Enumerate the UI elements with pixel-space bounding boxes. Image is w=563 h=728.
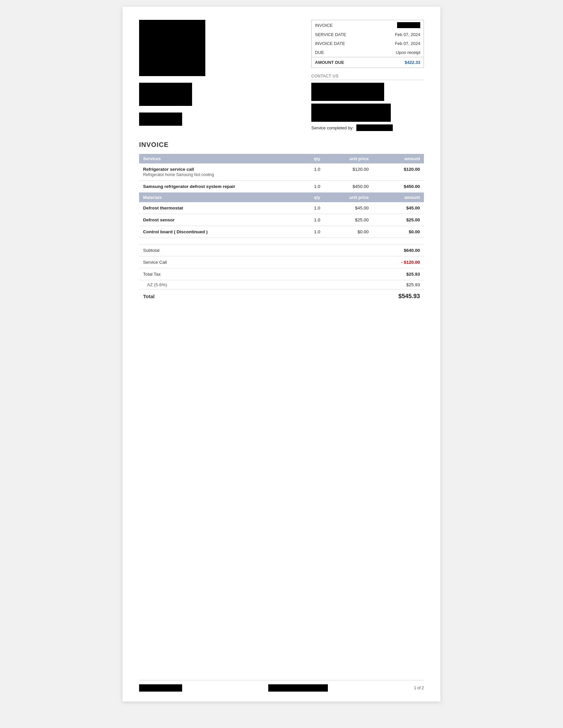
service-call-value: - $120.00 [373, 256, 424, 268]
invoice-page: INVOICE SERVICE DATE Feb 07, 2024 INVOIC… [122, 7, 441, 702]
contact-label: CONTACT US [311, 74, 424, 80]
service-amount-1: $120.00 [373, 163, 424, 181]
contact-info-redacted [311, 83, 384, 101]
invoice-info-table: INVOICE SERVICE DATE Feb 07, 2024 INVOIC… [312, 20, 424, 68]
invoice-number-row: INVOICE [312, 20, 424, 30]
material-qty-2: 1.0 [296, 214, 324, 226]
invoice-section: INVOICE Services qty unit price amount R… [139, 141, 424, 303]
due-label: DUE [312, 48, 372, 57]
materials-unit-header: unit price [324, 193, 373, 203]
service-completed-label: Service completed by: [311, 125, 354, 130]
top-right: INVOICE SERVICE DATE Feb 07, 2024 INVOIC… [311, 20, 424, 131]
service-row-1: Refrigerator service call Refrigerator h… [139, 163, 424, 181]
material-amount-2: $25.00 [373, 214, 424, 226]
invoice-number-redacted [397, 22, 420, 28]
service-name-1: Refrigerator service call Refrigerator h… [139, 163, 296, 181]
due-value: Upon receipt [372, 48, 424, 57]
total-row: Total $545.93 [139, 290, 424, 303]
invoice-table: Services qty unit price amount Refrigera… [139, 154, 424, 303]
az-tax-label: AZ (5.6%) [139, 280, 296, 290]
top-section: INVOICE SERVICE DATE Feb 07, 2024 INVOIC… [139, 20, 424, 131]
top-left [139, 20, 205, 126]
subtotal-label: Subtotal [139, 245, 296, 256]
material-amount-1: $45.00 [373, 202, 424, 214]
service-date-value: Feb 07, 2024 [372, 30, 424, 39]
invoice-number-value [372, 20, 424, 30]
az-tax-value: $25.93 [373, 280, 424, 290]
logo-redacted [139, 20, 205, 76]
material-unit-1: $45.00 [324, 202, 373, 214]
materials-header-row: Materials qty unit price amount [139, 193, 424, 203]
material-row-3: Control board ( Discontinued ) 1.0 $0.00… [139, 226, 424, 238]
material-name-1: Defrost thermostat [139, 202, 296, 214]
footer-center-redacted [268, 684, 328, 692]
service-call-label: Service Call [139, 256, 296, 268]
services-header-row: Services qty unit price amount [139, 154, 424, 163]
services-unit-header: unit price [324, 154, 373, 163]
invoice-date-label: INVOICE DATE [312, 39, 372, 48]
material-amount-3: $0.00 [373, 226, 424, 238]
service-unit-1: $120.00 [324, 163, 373, 181]
service-call-row: Service Call - $120.00 [139, 256, 424, 268]
material-name-3: Control board ( Discontinued ) [139, 226, 296, 238]
materials-qty-header: qty [296, 193, 324, 203]
total-label: Total [139, 290, 296, 303]
material-row-1: Defrost thermostat 1.0 $45.00 $45.00 [139, 202, 424, 214]
material-qty-3: 1.0 [296, 226, 324, 238]
invoice-info-box: INVOICE SERVICE DATE Feb 07, 2024 INVOIC… [311, 20, 424, 68]
service-qty-1: 1.0 [296, 163, 324, 181]
contact-address-redacted [311, 104, 391, 122]
subtotal-value: $640.00 [373, 245, 424, 256]
amount-due-value: $422.33 [372, 57, 424, 68]
service-name-2: Samsung refrigerator defrost system repa… [139, 181, 296, 193]
amount-due-label: AMOUNT DUE [312, 57, 372, 68]
invoice-date-value: Feb 07, 2024 [372, 39, 424, 48]
material-unit-2: $25.00 [324, 214, 373, 226]
service-completed-redacted [356, 124, 393, 131]
address-redacted [139, 83, 192, 106]
subtotal-qty-empty [296, 245, 324, 256]
page-number: 1 of 2 [414, 686, 424, 690]
due-row: DUE Upon receipt [312, 48, 424, 57]
phone-redacted [139, 113, 182, 126]
service-completed-row: Service completed by: [311, 124, 424, 131]
spacer-row [139, 238, 424, 245]
materials-amount-header: amount [373, 193, 424, 203]
services-amount-header: amount [373, 154, 424, 163]
material-row-2: Defrost sensor 1.0 $25.00 $25.00 [139, 214, 424, 226]
service-unit-2: $450.00 [324, 181, 373, 193]
material-unit-3: $0.00 [324, 226, 373, 238]
subtotal-unit-empty [324, 245, 373, 256]
footer-left-redacted [139, 684, 182, 692]
service-date-label: SERVICE DATE [312, 30, 372, 39]
service-date-row: SERVICE DATE Feb 07, 2024 [312, 30, 424, 39]
materials-header-label: Materials [139, 193, 296, 203]
total-tax-label: Total Tax [139, 268, 296, 280]
invoice-heading: INVOICE [139, 141, 424, 149]
services-qty-header: qty [296, 154, 324, 163]
service-amount-2: $450.00 [373, 181, 424, 193]
service-qty-2: 1.0 [296, 181, 324, 193]
material-name-2: Defrost sensor [139, 214, 296, 226]
page-footer: 1 of 2 [139, 680, 424, 692]
invoice-date-row: INVOICE DATE Feb 07, 2024 [312, 39, 424, 48]
invoice-number-label: INVOICE [312, 20, 372, 30]
amount-due-row: AMOUNT DUE $422.33 [312, 57, 424, 68]
total-tax-row: Total Tax $25.93 [139, 268, 424, 280]
az-tax-row: AZ (5.6%) $25.93 [139, 280, 424, 290]
services-header-label: Services [139, 154, 296, 163]
material-qty-1: 1.0 [296, 202, 324, 214]
total-tax-value: $25.93 [373, 268, 424, 280]
total-value: $545.93 [373, 290, 424, 303]
contact-section: CONTACT US Service completed by: [311, 74, 424, 131]
subtotal-row: Subtotal $640.00 [139, 245, 424, 256]
service-row-2: Samsung refrigerator defrost system repa… [139, 181, 424, 193]
